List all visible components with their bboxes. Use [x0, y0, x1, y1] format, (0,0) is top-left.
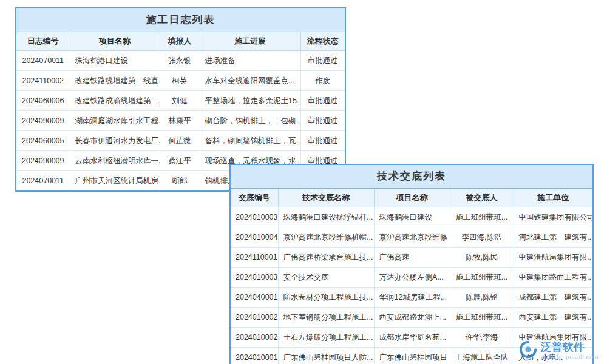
project-name-link[interactable]: 成都水岸华庭名苑...: [374, 328, 450, 348]
construction-unit: 中建集团路面工程有...: [514, 268, 592, 288]
column-header: 被交底人: [450, 189, 514, 207]
reporter-name: 刘健: [160, 91, 200, 111]
disclosure-id-link[interactable]: 2024010001: [231, 348, 278, 364]
project-name-link[interactable]: 改建铁路线增建第二线直...: [70, 71, 160, 91]
disclosure-id-link[interactable]: 2024040001: [231, 288, 278, 308]
project-name-link[interactable]: 珠海鹤港口建设: [70, 51, 160, 71]
construction-unit: 成都建工第一建筑有...: [514, 288, 592, 308]
reporter-name: 林康平: [160, 111, 200, 131]
watermark-text: 泛普软件 www.fanpusoft.com: [541, 341, 599, 360]
disclosed-person: 施工班组带班...: [450, 268, 514, 288]
disclosure-table-row[interactable]: 2024010003 珠海鹤港口建设抗浮锚杆... 珠海鹤港口建设 施工班组带班…: [231, 207, 592, 228]
disclosure-id-link[interactable]: 2024010002: [231, 328, 278, 348]
desktop: 施工日志列表 日志编号项目名称填报人施工进展流程状态 2024070011 珠海…: [0, 0, 607, 364]
brand-url: www.fanpusoft.com: [541, 354, 599, 361]
disclosure-name-link[interactable]: 广佛高速桥梁承台施工技...: [278, 248, 374, 268]
log-table-row[interactable]: 2024090009 湖南洞庭湖水库引水工程... 林康平 砌台阶，钩机排土，二…: [16, 111, 345, 131]
disclosure-name-link[interactable]: 京沪高速北京段维修桩帽...: [278, 228, 374, 248]
disclosure-name-link[interactable]: 珠海鹤港口建设抗浮锚杆...: [278, 207, 374, 228]
disclosure-name-link[interactable]: 地下室钢筋分项工程施工...: [278, 308, 374, 328]
technical-disclosure-table: 交底编号技术交底名称项目名称被交底人施工单位 2024010003 珠海鹤港口建…: [231, 189, 592, 364]
construction-unit: 中国铁建集团有限公司: [514, 207, 592, 228]
project-name-link[interactable]: 改建铁路成渝线增建第二...: [70, 91, 160, 111]
disclosed-person: 许华,李海: [450, 328, 514, 348]
disclosure-id-link[interactable]: 2024010003: [231, 268, 278, 288]
brand-name: 泛普软件: [541, 341, 599, 354]
project-name-link[interactable]: 珠海鹤港口建设: [374, 207, 450, 228]
log-id-link[interactable]: 2024070011: [16, 51, 70, 71]
disclosure-table-header-row: 交底编号技术交底名称项目名称被交底人施工单位: [231, 189, 592, 207]
disclosed-person: 施工班组带班...: [450, 308, 514, 328]
disclosure-table-row[interactable]: 2024110001 广佛高速桥梁承台施工技... 广佛高速 陈牧,陈民 中建港…: [231, 248, 592, 268]
progress-text: 水车对全线遮阳网覆盖点...: [200, 71, 300, 91]
log-table-row[interactable]: 2024060005 长春市伊通河水力发电厂... 何芷微 备料，砌间墙钩机排土…: [16, 131, 345, 151]
reporter-name: 蔡江平: [160, 151, 200, 171]
construction-unit: 西安建工第一建筑有...: [514, 308, 592, 328]
log-id-link[interactable]: 2024060006: [16, 91, 70, 111]
project-name-link[interactable]: 京沪高速北京段维修: [374, 228, 450, 248]
project-name-link[interactable]: 广佛高速: [374, 248, 450, 268]
disclosure-name-link[interactable]: 安全技术交底: [278, 268, 374, 288]
disclosure-table-row[interactable]: 2024010002 地下室钢筋分项工程施工... 西安成都路龙湖上... 施工…: [231, 308, 592, 328]
column-header: 填报人: [160, 32, 200, 51]
disclosure-name-link[interactable]: 防水卷材分项工程施工技...: [278, 288, 374, 308]
status-badge: 作废: [300, 71, 345, 91]
column-header: 流程状态: [300, 32, 345, 51]
progress-text: 平整场地，拉走多余泥土15...: [200, 91, 300, 111]
column-header: 交底编号: [231, 189, 278, 207]
project-name-link[interactable]: 万达办公楼左侧A...: [374, 268, 450, 288]
project-name-link[interactable]: 长春市伊通河水力发电厂...: [70, 131, 160, 151]
log-id-link[interactable]: 2024110002: [16, 71, 70, 91]
disclosure-table-row[interactable]: 2024010004 京沪高速北京段维修桩帽... 京沪高速北京段维修 李四海,…: [231, 228, 592, 248]
log-id-link[interactable]: 2024090009: [16, 151, 70, 171]
status-badge: 审批通过: [300, 51, 345, 71]
log-table-row[interactable]: 2024060006 改建铁路成渝线增建第二... 刘健 平整场地，拉走多余泥土…: [16, 91, 345, 111]
log-panel-title: 施工日志列表: [16, 8, 345, 32]
project-name-link[interactable]: 湖南洞庭湖水库引水工程...: [70, 111, 160, 131]
column-header: 施工单位: [514, 189, 592, 207]
reporter-name: 何芷微: [160, 131, 200, 151]
technical-disclosure-panel: 技术交底列表 交底编号技术交底名称项目名称被交底人施工单位 2024010003…: [229, 164, 594, 364]
disclosure-id-link[interactable]: 2024010003: [231, 207, 278, 228]
status-badge: 审批通过: [300, 111, 345, 131]
disclosure-table-row[interactable]: 2024040001 防水卷材分项工程施工技... 华润12城房建工程... 陈…: [231, 288, 592, 308]
status-badge: 审批通过: [300, 131, 345, 151]
disclosure-panel-title: 技术交底列表: [231, 165, 592, 189]
log-table-header-row: 日志编号项目名称填报人施工进展流程状态: [16, 32, 345, 51]
disclosure-id-link[interactable]: 2024110001: [231, 248, 278, 268]
reporter-name: 张永银: [160, 51, 200, 71]
fanpu-logo-icon: [519, 340, 537, 361]
disclosed-person: 陈晨,陈铭: [450, 288, 514, 308]
log-table-row[interactable]: 2024070011 珠海鹤港口建设 张永银 进场准备 审批通过: [16, 51, 345, 71]
progress-text: 进场准备: [200, 51, 300, 71]
disclosed-person: 李四海,陈浩: [450, 228, 514, 248]
column-header: 施工进展: [200, 32, 300, 51]
disclosed-person: 陈牧,陈民: [450, 248, 514, 268]
disclosure-id-link[interactable]: 2024010004: [231, 228, 278, 248]
project-name-link[interactable]: 广州市天河区统计局机房...: [70, 171, 160, 191]
column-header: 项目名称: [70, 32, 160, 51]
construction-unit: 河北建工第一建筑有...: [514, 228, 592, 248]
project-name-link[interactable]: 西安成都路龙湖上...: [374, 308, 450, 328]
disclosure-table-row[interactable]: 2024010003 安全技术交底 万达办公楼左侧A... 施工班组带班... …: [231, 268, 592, 288]
project-name-link[interactable]: 华润12城房建工程...: [374, 288, 450, 308]
log-id-link[interactable]: 2024060005: [16, 131, 70, 151]
reporter-name: 柯英: [160, 71, 200, 91]
disclosed-person: 施工班组带班...: [450, 207, 514, 228]
log-table-row[interactable]: 2024110002 改建铁路线增建第二线直... 柯英 水车对全线遮阳网覆盖点…: [16, 71, 345, 91]
disclosure-id-link[interactable]: 2024010002: [231, 308, 278, 328]
reporter-name: 断郎: [160, 171, 200, 191]
log-id-link[interactable]: 2024070011: [16, 171, 70, 191]
disclosed-person: 王海施工队全队: [450, 348, 514, 364]
progress-text: 砌台阶，钩机排土，二包砌...: [200, 111, 300, 131]
log-id-link[interactable]: 2024090009: [16, 111, 70, 131]
disclosure-name-link[interactable]: 广东佛山碧桂园项目人防...: [278, 348, 374, 364]
column-header: 项目名称: [374, 189, 450, 207]
progress-text: 备料，砌间墙钩机排土，瓦...: [200, 131, 300, 151]
fanpu-watermark: 泛普软件 www.fanpusoft.com: [519, 340, 599, 361]
column-header: 日志编号: [16, 32, 70, 51]
project-name-link[interactable]: 广东佛山碧桂园项目: [374, 348, 450, 364]
disclosure-name-link[interactable]: 土石方爆破分项工程施工...: [278, 328, 374, 348]
project-name-link[interactable]: 云南水利枢纽潜明水库一...: [70, 151, 160, 171]
construction-unit: 中建港航局集团有限...: [514, 248, 592, 268]
